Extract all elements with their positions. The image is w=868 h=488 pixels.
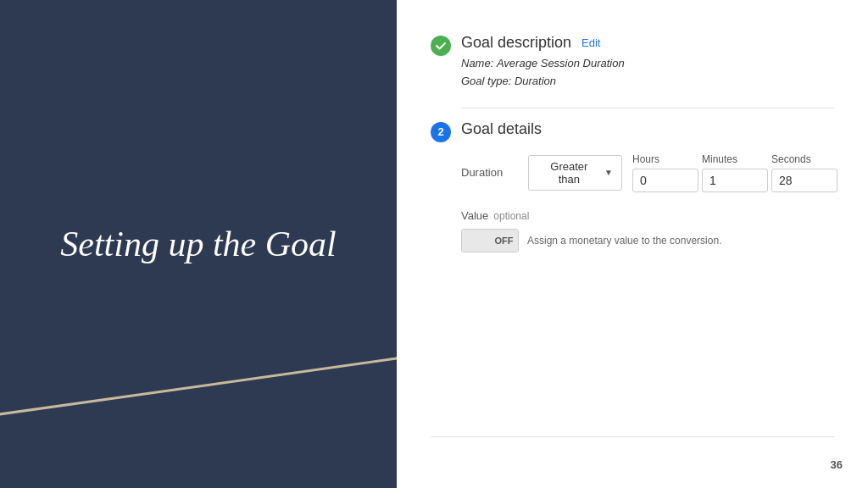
value-label-group: Value optional [461,209,529,222]
optional-label: optional [493,210,529,222]
greater-than-dropdown[interactable]: Greater than ▼ [528,155,622,191]
minutes-column: Minutes [702,153,768,192]
slide-title: Setting up the Goal [26,223,370,265]
duration-row: Duration Greater than ▼ Hours Minutes [461,153,837,192]
goal-description-content: Goal description Edit Name: Average Sess… [461,34,625,91]
hours-input[interactable] [632,169,698,192]
time-columns: Hours Minutes Seconds [632,153,837,192]
name-label: Name: [461,57,493,69]
duration-label: Duration [461,166,528,179]
right-panel: Goal description Edit Name: Average Sess… [397,0,868,488]
minutes-input[interactable] [702,169,768,192]
page-number: 36 [831,458,843,471]
goal-type-value: Duration [515,75,556,87]
toggle-switch[interactable]: OFF [461,229,519,252]
goal-details-title: Goal details [461,120,837,138]
value-label: Value [461,209,488,222]
goal-description-title: Goal description [461,34,571,52]
hours-column: Hours [632,153,698,192]
chevron-down-icon: ▼ [604,168,613,177]
toggle-off-label[interactable]: OFF [490,230,518,252]
value-row: Value optional [461,209,837,222]
dropdown-label: Greater than [539,160,599,186]
goal-type-label: Goal type: [461,75,511,87]
minutes-header: Minutes [702,153,737,165]
goal-details-section: 2 Goal details Duration Greater than ▼ H… [431,120,834,252]
hours-header: Hours [632,153,659,165]
edit-link[interactable]: Edit [581,36,600,49]
toggle-on-side[interactable] [462,230,490,252]
step-number: 2 [437,125,443,138]
step-badge: 2 [431,122,451,142]
name-value: Average Session Duration [497,57,625,69]
toggle-row: OFF Assign a monetary value to the conve… [461,229,837,252]
section-title-row: Goal description Edit [461,34,625,52]
seconds-header: Seconds [771,153,811,165]
check-icon [431,36,451,56]
goal-description-meta: Name: Average Session Duration Goal type… [461,55,625,91]
left-panel: Setting up the Goal [0,0,397,488]
bottom-divider [431,436,834,437]
goal-details-content: Goal details Duration Greater than ▼ Hou… [461,120,837,252]
seconds-column: Seconds [771,153,837,192]
goal-description-section: Goal description Edit Name: Average Sess… [431,34,834,91]
section-divider [461,108,834,108]
seconds-input[interactable] [771,169,837,192]
toggle-description: Assign a monetary value to the conversio… [527,235,721,247]
